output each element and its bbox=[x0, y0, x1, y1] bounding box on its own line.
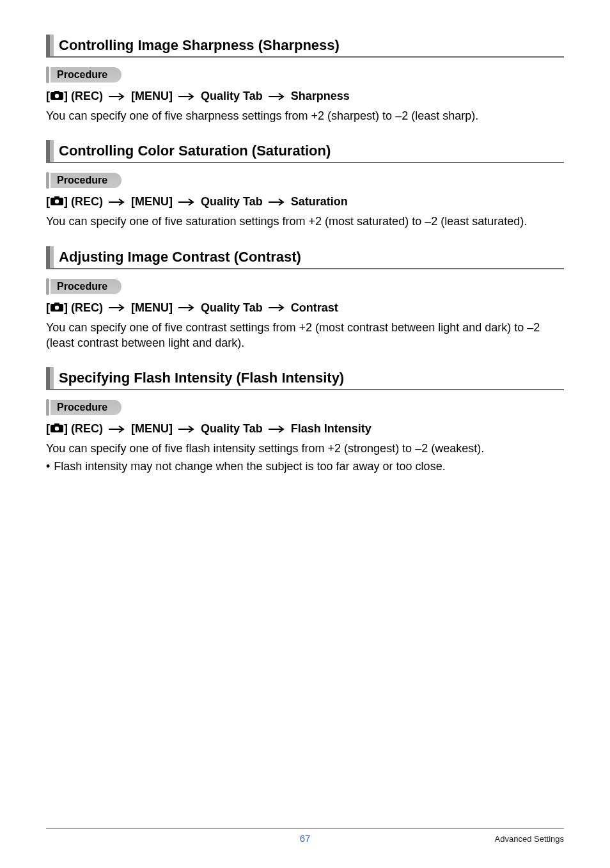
body-paragraph: You can specify one of five contrast set… bbox=[46, 320, 564, 351]
camera-icon bbox=[51, 301, 63, 315]
procedure-bar bbox=[46, 67, 49, 83]
path-menu: [MENU] bbox=[131, 90, 173, 103]
rec-text: (REC) bbox=[71, 90, 103, 103]
arrow-icon bbox=[268, 304, 286, 312]
procedure-pill: Procedure bbox=[51, 400, 121, 415]
rec-text: (REC) bbox=[71, 195, 103, 209]
footer-divider bbox=[46, 828, 564, 829]
procedure-pill: Procedure bbox=[51, 173, 121, 188]
path-tab: Quality Tab bbox=[201, 422, 263, 436]
procedure-bar bbox=[46, 399, 49, 416]
path-rec: [ ] (REC) bbox=[46, 195, 103, 209]
rec-text: (REC) bbox=[71, 301, 103, 315]
path-menu: [MENU] bbox=[131, 422, 173, 436]
svg-point-14 bbox=[55, 305, 59, 309]
menu-path: [ ] (REC) [MENU] Quality Tab Flash Inten… bbox=[46, 422, 564, 436]
section-sharpness: Controlling Image Sharpness (Sharpness) … bbox=[46, 35, 564, 123]
path-tab: Quality Tab bbox=[201, 195, 263, 209]
bracket-open: [ bbox=[46, 90, 50, 103]
path-item: Sharpness bbox=[291, 90, 350, 103]
arrow-icon bbox=[108, 93, 126, 100]
bullet-item: • Flash intensity may not change when th… bbox=[46, 459, 564, 474]
page-number: 67 bbox=[300, 833, 311, 844]
section-contrast: Adjusting Image Contrast (Contrast) Proc… bbox=[46, 246, 564, 351]
path-rec: [ ] (REC) bbox=[46, 422, 103, 436]
heading-text: Specifying Flash Intensity (Flash Intens… bbox=[59, 367, 344, 389]
bracket-open: [ bbox=[46, 422, 50, 436]
svg-rect-7 bbox=[54, 196, 59, 199]
body-paragraph: You can specify one of five saturation s… bbox=[46, 214, 564, 229]
svg-point-8 bbox=[55, 200, 59, 203]
arrow-icon bbox=[178, 304, 196, 312]
camera-icon bbox=[51, 422, 63, 436]
heading-bar-light bbox=[50, 246, 54, 268]
path-rec: [ ] (REC) bbox=[46, 301, 103, 315]
section-heading: Adjusting Image Contrast (Contrast) bbox=[46, 246, 564, 269]
procedure-bar bbox=[46, 172, 49, 189]
path-tab: Quality Tab bbox=[201, 301, 263, 315]
arrow-icon bbox=[268, 198, 286, 206]
procedure-label-row: Procedure bbox=[46, 399, 564, 416]
heading-bar-light bbox=[50, 35, 54, 56]
section-heading: Controlling Color Saturation (Saturation… bbox=[46, 140, 564, 163]
menu-path: [ ] (REC) [MENU] Quality Tab Contrast bbox=[46, 301, 564, 315]
footer-content: 67 Advanced Settings bbox=[46, 834, 564, 844]
heading-text: Controlling Image Sharpness (Sharpness) bbox=[59, 35, 340, 56]
section-flash-intensity: Specifying Flash Intensity (Flash Intens… bbox=[46, 367, 564, 475]
menu-path: [ ] (REC) [MENU] Quality Tab Saturation bbox=[46, 195, 564, 209]
svg-rect-1 bbox=[54, 91, 59, 93]
svg-point-20 bbox=[55, 427, 59, 430]
camera-icon bbox=[51, 90, 63, 103]
arrow-icon bbox=[268, 93, 286, 100]
procedure-label-row: Procedure bbox=[46, 172, 564, 189]
heading-text: Controlling Color Saturation (Saturation… bbox=[59, 140, 331, 162]
rec-text: (REC) bbox=[71, 422, 103, 436]
bracket-open: [ bbox=[46, 301, 50, 315]
arrow-icon bbox=[108, 304, 126, 312]
body-paragraph: You can specify one of five sharpness se… bbox=[46, 108, 564, 123]
arrow-icon bbox=[178, 198, 196, 206]
svg-point-2 bbox=[55, 94, 59, 98]
footer-section-title: Advanced Settings bbox=[495, 834, 564, 844]
arrow-icon bbox=[268, 425, 286, 433]
path-tab: Quality Tab bbox=[201, 90, 263, 103]
heading-text: Adjusting Image Contrast (Contrast) bbox=[59, 246, 301, 268]
section-heading: Specifying Flash Intensity (Flash Intens… bbox=[46, 367, 564, 390]
arrow-icon bbox=[108, 425, 126, 433]
svg-rect-13 bbox=[54, 303, 59, 305]
arrow-icon bbox=[178, 425, 196, 433]
procedure-label-row: Procedure bbox=[46, 67, 564, 83]
path-rec: [ ] (REC) bbox=[46, 90, 103, 103]
arrow-icon bbox=[108, 198, 126, 206]
path-item: Flash Intensity bbox=[291, 422, 371, 436]
heading-bar-light bbox=[50, 367, 54, 389]
bullet-dot: • bbox=[46, 459, 50, 474]
bracket-open: [ bbox=[46, 195, 50, 209]
camera-icon bbox=[51, 195, 63, 209]
procedure-pill: Procedure bbox=[51, 279, 121, 294]
svg-rect-19 bbox=[54, 423, 59, 426]
bullet-text: Flash intensity may not change when the … bbox=[54, 459, 445, 474]
menu-path: [ ] (REC) [MENU] Quality Tab Sharpness bbox=[46, 90, 564, 103]
path-menu: [MENU] bbox=[131, 195, 173, 209]
path-item: Saturation bbox=[291, 195, 348, 209]
path-menu: [MENU] bbox=[131, 301, 173, 315]
procedure-pill: Procedure bbox=[51, 67, 121, 83]
page-footer: 67 Advanced Settings bbox=[46, 828, 564, 844]
body-paragraph: You can specify one of five flash intens… bbox=[46, 441, 564, 456]
arrow-icon bbox=[178, 93, 196, 100]
path-item: Contrast bbox=[291, 301, 338, 315]
page-content: Controlling Image Sharpness (Sharpness) … bbox=[0, 0, 610, 475]
section-saturation: Controlling Color Saturation (Saturation… bbox=[46, 140, 564, 229]
heading-bar-light bbox=[50, 140, 54, 162]
section-heading: Controlling Image Sharpness (Sharpness) bbox=[46, 35, 564, 58]
procedure-bar bbox=[46, 278, 49, 295]
procedure-label-row: Procedure bbox=[46, 278, 564, 295]
